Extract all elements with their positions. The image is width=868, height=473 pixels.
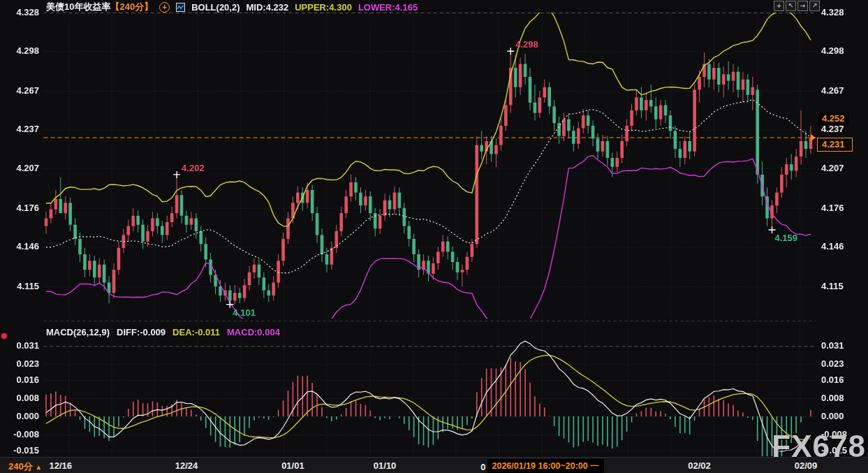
time-tick: 12/24	[162, 460, 211, 471]
last-price-label: 4.231	[817, 138, 853, 152]
boll-lower-label: LOWER:4.165	[358, 2, 418, 13]
chart-header: 美债10年收益率 【240分】 + BOLL(20,2) MID:4.232 U…	[46, 1, 418, 13]
macd-label: MACD(26,12,9)	[46, 327, 110, 337]
chart-toolbar: +↖→↗	[774, 1, 820, 11]
scroll-forward-icon[interactable]: →	[797, 1, 808, 11]
covered-tick-text: 0	[480, 462, 485, 472]
pan-crosshair-icon[interactable]: +	[774, 1, 784, 11]
instrument-title: 美债10年收益率	[46, 1, 110, 13]
interval-tag: 【240分】	[110, 1, 153, 13]
record-dot-icon	[1, 333, 7, 339]
time-tick: 01/01	[268, 460, 317, 471]
session-high-price-label: 4.252	[818, 112, 848, 125]
crosshair-date-text: 2026/01/19 16:00~20:00 一	[487, 459, 604, 473]
macd-value-label: MACD:0.004	[227, 327, 280, 337]
boll-label: BOLL(20,2)	[191, 2, 240, 13]
chart-window: 美债10年收益率 【240分】 + BOLL(20,2) MID:4.232 U…	[0, 0, 868, 473]
macd-diff-label: DIFF:-0.009	[117, 327, 165, 337]
last-price-arrow-icon	[811, 134, 816, 141]
chart-canvas[interactable]	[0, 0, 868, 473]
boll-mid-label: MID:4.232	[247, 2, 289, 13]
time-tick: 12/16	[36, 460, 85, 471]
macd-dea-label: DEA:-0.011	[172, 327, 220, 337]
time-tick: 02/02	[675, 460, 724, 471]
crosshair-date-tooltip: 0 2026/01/19 16:00~20:00 一	[480, 459, 603, 473]
time-tick: 02/09	[781, 460, 830, 471]
add-indicator-icon[interactable]: +	[159, 2, 170, 13]
time-axis-bar: 240分 ▲ 12/1612/2401/0101/1002/0202/09 0 …	[0, 457, 868, 473]
macd-header: MACD(26,12,9) DIFF:-0.009 DEA:-0.011 MAC…	[46, 327, 280, 337]
chart-style-icon[interactable]	[176, 3, 185, 12]
zoom-back-icon[interactable]: ↖	[786, 1, 796, 11]
export-chart-icon[interactable]: ↗	[809, 1, 820, 11]
time-tick: 01/10	[360, 460, 409, 471]
interval-selector-label: 240分	[8, 461, 33, 472]
boll-upper-label: UPPER:4.300	[295, 2, 352, 13]
